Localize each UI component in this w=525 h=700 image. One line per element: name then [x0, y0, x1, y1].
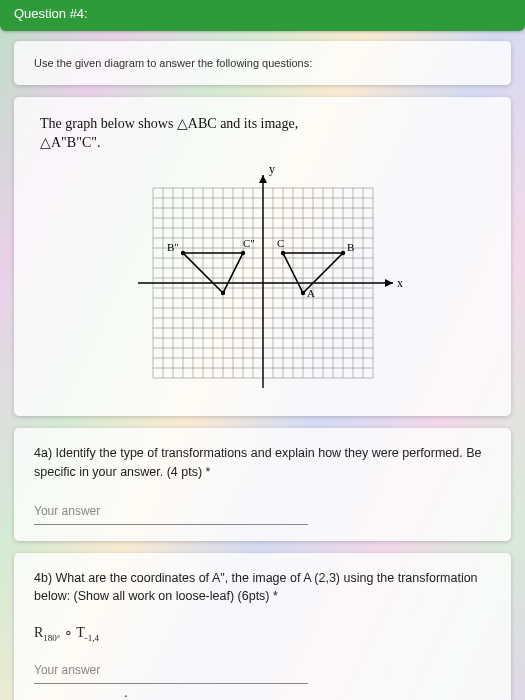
header-title: Question #4: [14, 6, 88, 21]
coordinate-graph: y x A B C B" C" [113, 161, 413, 406]
svg-point-50 [280, 251, 284, 255]
svg-marker-46 [259, 175, 267, 183]
formula-T-sub: -1,4 [85, 633, 99, 643]
question-4b-card: 4b) What are the coordinates of A", the … [14, 553, 511, 701]
q4a-answer-input[interactable] [34, 500, 308, 525]
svg-point-48 [300, 291, 304, 295]
q4b-answer-input[interactable] [34, 659, 308, 684]
q4b-prompt: 4b) What are the coordinates of A", the … [34, 569, 491, 607]
axis-x-label: x [397, 276, 403, 290]
pt-Bimg: B" [167, 241, 179, 253]
q4b-formula: R180° ∘ T-1,4 [34, 624, 491, 643]
pt-B: B [347, 241, 354, 253]
diagram-title-line1: The graph below shows △ABC and its image… [40, 115, 485, 132]
pt-A: A [307, 287, 315, 299]
formula-T: T [76, 625, 85, 640]
graph-container: y x A B C B" C" [40, 161, 485, 406]
instruction-card: Use the given diagram to answer the foll… [14, 41, 511, 85]
formula-R: R [34, 625, 43, 640]
stray-dot: . [124, 684, 491, 700]
svg-point-54 [240, 251, 244, 255]
diagram-title-line2: △A"B"C". [40, 134, 485, 151]
axis-y-label: y [269, 162, 275, 176]
formula-R-sub: 180° [43, 633, 60, 643]
q4a-prompt: 4a) Identify the type of transformations… [34, 444, 491, 482]
question-header: Question #4: [0, 0, 525, 31]
diagram-card: The graph below shows △ABC and its image… [14, 97, 511, 416]
question-4a-card: 4a) Identify the type of transformations… [14, 428, 511, 541]
svg-marker-44 [385, 279, 393, 287]
svg-point-53 [180, 251, 184, 255]
svg-point-49 [340, 251, 344, 255]
formula-compose: ∘ [64, 625, 76, 640]
svg-point-52 [220, 291, 224, 295]
pt-Cimg: C" [243, 237, 255, 249]
instruction-text: Use the given diagram to answer the foll… [34, 57, 491, 69]
pt-C: C [277, 237, 284, 249]
